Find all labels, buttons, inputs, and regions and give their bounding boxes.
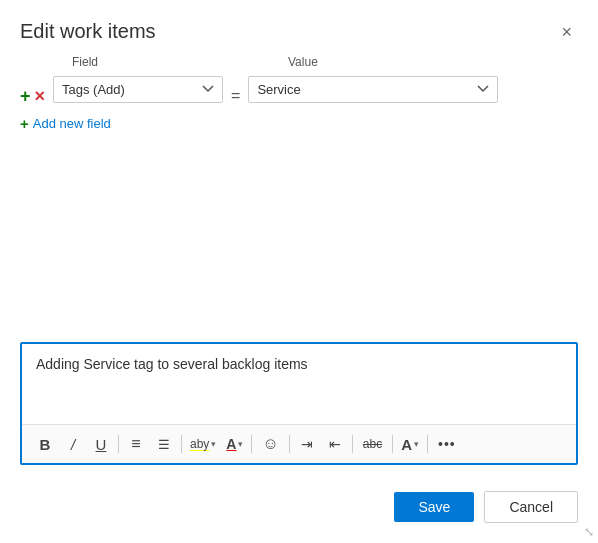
resize-handle[interactable]: ⤡ xyxy=(584,525,594,539)
field-labels-row: Field Value xyxy=(20,53,578,69)
bold-button[interactable]: B xyxy=(32,431,58,457)
font-size-label: A xyxy=(401,436,412,453)
indent-increase-button[interactable]: ⇥ xyxy=(294,431,320,457)
toolbar-divider-4 xyxy=(289,435,290,453)
underline-button[interactable]: U xyxy=(88,431,114,457)
toolbar-divider-1 xyxy=(118,435,119,453)
cancel-button[interactable]: Cancel xyxy=(484,491,578,523)
editor-toolbar: B / U ≡ ☰ aby ▾ A ▾ ☺ ⇥ ⇤ xyxy=(22,424,576,463)
equals-sign: = xyxy=(231,87,240,105)
toolbar-divider-3 xyxy=(251,435,252,453)
add-field-label: Add new field xyxy=(33,116,111,131)
strikethrough-button[interactable]: abc xyxy=(357,431,388,457)
spacer xyxy=(20,132,578,334)
dialog-title: Edit work items xyxy=(20,20,156,43)
field-section: Field Value + × Tags (Add) Tags (Remove)… xyxy=(20,53,578,113)
field-label: Field xyxy=(72,55,98,69)
font-color-dropdown-button[interactable]: A ▾ xyxy=(222,433,247,455)
value-column-label: Value xyxy=(288,53,318,69)
close-button[interactable]: × xyxy=(555,21,578,43)
italic-button[interactable]: / xyxy=(60,431,86,457)
toolbar-divider-2 xyxy=(181,435,182,453)
add-field-plus-icon: + xyxy=(20,115,29,132)
dialog-header: Edit work items × xyxy=(0,0,598,53)
font-color-label: A xyxy=(226,436,236,452)
toolbar-divider-6 xyxy=(392,435,393,453)
align-button[interactable]: ≡ xyxy=(123,431,149,457)
edit-work-items-dialog: Edit work items × Field Value + × Ta xyxy=(0,0,598,543)
save-button[interactable]: Save xyxy=(394,492,474,522)
list-button[interactable]: ☰ xyxy=(151,431,177,457)
add-new-field-button[interactable]: + Add new field xyxy=(20,115,111,132)
remove-row-icon[interactable]: × xyxy=(35,87,46,105)
add-field-row: + Add new field xyxy=(20,115,578,132)
font-size-dropdown-button[interactable]: A ▾ xyxy=(397,433,423,456)
highlight-chevron-icon: ▾ xyxy=(211,439,216,449)
more-button[interactable]: ••• xyxy=(432,431,462,457)
highlight-label: aby xyxy=(190,437,209,451)
field-select[interactable]: Tags (Add) Tags (Remove) Tags (Replace) … xyxy=(53,76,223,103)
field-column-label: Field xyxy=(72,53,242,69)
toolbar-divider-5 xyxy=(352,435,353,453)
editor-content[interactable]: Adding Service tag to several backlog it… xyxy=(22,344,576,424)
value-select[interactable]: Service Backend Frontend UI API xyxy=(248,76,498,103)
indent-decrease-button[interactable]: ⇤ xyxy=(322,431,348,457)
highlight-dropdown-button[interactable]: aby ▾ xyxy=(186,434,220,454)
value-label: Value xyxy=(288,55,318,69)
emoji-button[interactable]: ☺ xyxy=(256,431,284,457)
dialog-body: Field Value + × Tags (Add) Tags (Remove)… xyxy=(0,53,598,475)
dialog-footer: Save Cancel xyxy=(0,475,598,543)
text-editor-area: Adding Service tag to several backlog it… xyxy=(20,342,578,465)
row-icons: + × xyxy=(20,87,45,105)
add-row-icon[interactable]: + xyxy=(20,87,31,105)
toolbar-divider-7 xyxy=(427,435,428,453)
font-color-chevron-icon: ▾ xyxy=(238,439,243,449)
font-size-chevron-icon: ▾ xyxy=(414,439,419,449)
field-input-row: + × Tags (Add) Tags (Remove) Tags (Repla… xyxy=(20,73,578,105)
